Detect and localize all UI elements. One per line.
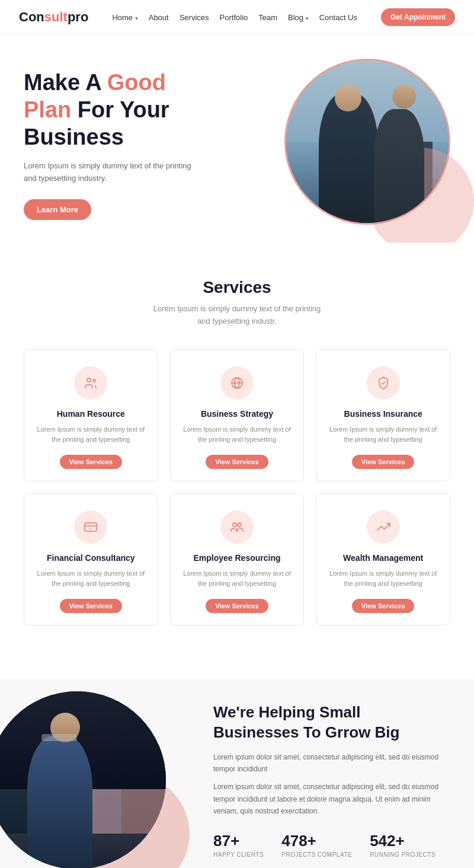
grow-para2: Lorem ipsum dolor sit amet, consectetur … <box>213 781 450 817</box>
hero-body: Lorem Ipsum is simply dummy text of the … <box>24 160 201 185</box>
stat-num-2: 542+ <box>370 832 435 850</box>
hero-image <box>261 59 450 231</box>
service-card-employee-resourcing: Employee Resourcing Lorem Ipsum is simpl… <box>170 493 305 626</box>
human-resource-icon <box>74 366 107 400</box>
service-btn-4[interactable]: View Services <box>206 599 268 613</box>
grow-photo <box>0 691 166 868</box>
service-desc-5: Lorem Ipsum is simply dummy text of the … <box>328 569 438 589</box>
grow-para1: Lorem ipsum dolor sit amet, consectetur … <box>213 751 450 776</box>
service-card-financial-consultancy: Financial Consultancy Lorem Ipsum is sim… <box>24 493 158 626</box>
service-card-human-resource: Human Resource Lorem Ipsum is simply dum… <box>24 349 158 481</box>
service-desc-3: Lorem Ipsum is simply dummy text of the … <box>36 569 146 589</box>
stat-num-0: 87+ <box>213 832 264 850</box>
nav-item-contact[interactable]: Contact Us <box>319 12 357 23</box>
hero-photo <box>286 60 449 223</box>
service-desc-1: Lorem Ipsum is simply dummy text of the … <box>182 425 292 445</box>
services-section: Services Lorem Ipsum is simply dummy tex… <box>0 242 474 649</box>
service-btn-2[interactable]: View Services <box>352 455 414 469</box>
svg-rect-3 <box>85 523 97 531</box>
hero-headline: Make A Good Plan For Your Business <box>24 69 261 151</box>
financial-consultancy-icon <box>74 510 107 544</box>
svg-point-7 <box>233 523 236 526</box>
nav-links: Home ▾ About Services Portfolio Team Blo… <box>112 12 357 23</box>
service-desc-2: Lorem Ipsum is simply dummy text of the … <box>328 425 438 445</box>
business-strategy-icon <box>220 366 254 400</box>
nav-item-home[interactable]: Home ▾ <box>112 12 137 23</box>
stat-happy-clients: 87+ HAPPY CLIENTS <box>213 832 264 858</box>
logo[interactable]: Consultpro <box>19 9 88 25</box>
grow-circle-frame <box>0 691 166 868</box>
stat-running: 542+ RUNNING PROJECTS <box>370 832 435 858</box>
stat-label-2: RUNNING PROJECTS <box>370 851 435 858</box>
nav-item-blog[interactable]: Blog ▾ <box>288 12 309 23</box>
nav-item-about[interactable]: About <box>149 12 169 23</box>
svg-point-0 <box>87 378 91 382</box>
service-desc-0: Lorem Ipsum is simply dummy text of the … <box>36 425 146 445</box>
stat-num-1: 478+ <box>281 832 352 850</box>
wealth-management-icon <box>367 510 400 544</box>
svg-point-8 <box>238 523 241 526</box>
service-title-3: Financial Consultancy <box>36 553 146 563</box>
nav-item-services[interactable]: Services <box>180 12 209 23</box>
hero-text: Make A Good Plan For Your Business Lorem… <box>24 69 261 219</box>
service-title-1: Business Strategy <box>182 409 292 419</box>
hero-section: Make A Good Plan For Your Business Lorem… <box>0 35 474 242</box>
grow-text: We're Helping Small Businesses To Grrow … <box>201 679 474 868</box>
services-subtitle: Lorem Ipsum is simply dummy text of the … <box>148 303 326 328</box>
stat-label-0: HAPPY CLIENTS <box>213 851 264 858</box>
nav-item-portfolio[interactable]: Portfolio <box>220 12 248 23</box>
service-btn-1[interactable]: View Services <box>206 455 268 469</box>
business-insurance-icon <box>367 366 400 400</box>
services-grid: Human Resource Lorem Ipsum is simply dum… <box>24 349 450 626</box>
services-title: Services <box>24 278 450 297</box>
stat-projects: 478+ PROJECTS COMPLATE <box>281 832 352 858</box>
logo-text: Consultpro <box>19 9 88 24</box>
service-desc-4: Lorem Ipsum is simply dummy text of the … <box>182 569 292 589</box>
nav-item-team[interactable]: Team <box>258 12 277 23</box>
service-title-2: Business Insurance <box>328 409 438 419</box>
service-title-5: Wealth Management <box>328 553 438 563</box>
service-title-4: Employee Resourcing <box>182 553 292 563</box>
service-btn-5[interactable]: View Services <box>352 599 414 613</box>
learn-more-button[interactable]: Learn More <box>24 199 91 220</box>
appointment-button[interactable]: Get Appoinment <box>381 8 455 26</box>
grow-section: We're Helping Small Businesses To Grrow … <box>0 679 474 868</box>
svg-point-1 <box>93 379 95 382</box>
navbar: Consultpro Home ▾ About Services Portfol… <box>0 0 474 35</box>
service-card-wealth-management: Wealth Management Lorem Ipsum is simply … <box>316 493 450 626</box>
service-title-0: Human Resource <box>36 409 146 419</box>
employee-resourcing-icon <box>220 510 254 544</box>
service-card-business-strategy: Business Strategy Lorem Ipsum is simply … <box>170 349 305 481</box>
service-btn-0[interactable]: View Services <box>60 455 122 469</box>
grow-headline: We're Helping Small Businesses To Grrow … <box>213 703 450 743</box>
grow-image-side <box>0 685 201 868</box>
stats-row: 87+ HAPPY CLIENTS 478+ PROJECTS COMPLATE… <box>213 832 450 858</box>
service-card-business-insurance: Business Insurance Lorem Ipsum is simply… <box>316 349 450 481</box>
stat-label-1: PROJECTS COMPLATE <box>281 851 352 858</box>
service-btn-3[interactable]: View Services <box>60 599 122 613</box>
